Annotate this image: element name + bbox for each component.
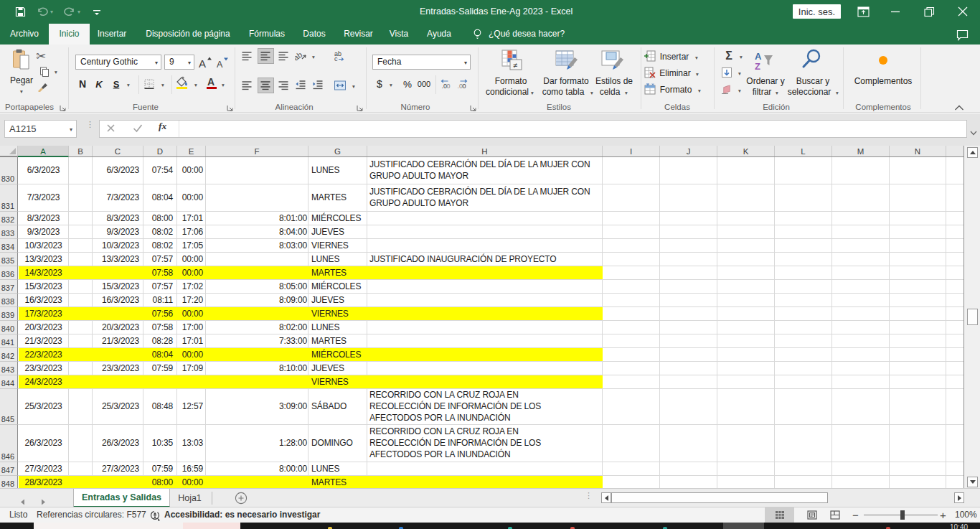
cell-E836[interactable]: 00:00 [177,266,206,280]
scroll-up-button[interactable] [967,147,978,158]
clear-dropdown-icon[interactable]: ▾ [738,88,741,94]
clear-icon[interactable] [721,85,732,95]
cell-A848[interactable]: 28/3/2023 [18,476,69,488]
cell-D839[interactable]: 07:56 [143,307,177,321]
cell-G833[interactable]: JUEVES [308,225,344,239]
find-select-icon[interactable] [801,49,823,70]
tab-revisar[interactable]: Revisar [336,24,380,45]
cell-D846[interactable]: 10:35 [143,425,177,462]
column-header-A[interactable]: A [18,146,69,157]
number-format-dropdown-icon[interactable]: ▾ [464,59,467,65]
tab-archivo[interactable]: Archivo [1,24,47,45]
format-painter-icon[interactable] [37,82,49,92]
horizontal-scroll-thumb[interactable] [611,492,828,503]
paste-dropdown-icon[interactable]: ▾ [20,88,23,95]
paste-label[interactable]: Pegar [10,75,33,85]
cell-C833[interactable]: 9/3/2023 [93,225,143,239]
borders-icon[interactable] [144,79,155,90]
tell-me-box[interactable]: ¿Qué desea hacer? [489,24,596,45]
cell-G844[interactable]: VIERNES [308,375,349,389]
undo-dropdown-icon[interactable]: ▾ [50,9,53,15]
insert-cells-label[interactable]: Insertar [660,52,689,62]
cell-G842[interactable]: MIÉRCOLES [308,348,361,362]
cell-D845[interactable]: 08:48 [143,389,177,425]
zoom-level[interactable]: 100% [955,507,977,523]
row-header-839[interactable]: 839 [0,307,18,321]
cell-styles-dropdown-icon[interactable]: ▾ [625,90,628,96]
cell-G831[interactable]: MARTES [308,184,347,212]
collapse-ribbon-icon[interactable] [955,105,964,111]
clipboard-dialog-launcher-icon[interactable] [60,105,66,111]
sort-filter-label-2[interactable]: filtrar [753,87,772,97]
delete-cells-label[interactable]: Eliminar [659,68,690,78]
row-header-834[interactable]: 834 [0,239,18,253]
row-header-841[interactable]: 841 [0,334,18,348]
undo-icon[interactable] [37,6,48,19]
circular-references[interactable]: Referencias circulares: F577 [37,507,146,523]
row-header-848[interactable]: 848 [0,476,18,488]
copy-icon[interactable] [40,67,50,77]
cell-D831[interactable]: 08:04 [143,184,177,212]
align-right-icon[interactable] [278,81,289,90]
cell-G838[interactable]: JUEVES [308,294,344,307]
cell-E838[interactable]: 17:20 [177,294,206,307]
cell-E846[interactable]: 13:03 [177,425,206,462]
column-header-D[interactable]: D [143,146,177,156]
delete-cells-icon[interactable] [644,67,656,78]
cell-C838[interactable]: 16/3/2023 [93,294,143,307]
cell-A846[interactable]: 26/3/2023 [18,425,69,462]
row-header-835[interactable]: 835 [0,253,18,266]
number-format-combo[interactable]: Fecha ▾ [372,55,471,70]
cell-A836[interactable]: 14/3/2023 [18,266,69,280]
format-cells-icon[interactable] [644,83,656,95]
taskbar-active-app[interactable] [723,523,764,529]
tab-ayuda[interactable]: Ayuda [418,24,461,45]
conditional-format-label-1[interactable]: Formato [495,76,527,86]
font-color-icon[interactable]: A [206,76,217,89]
qat-customize-icon[interactable] [93,7,101,20]
cell-G841[interactable]: MARTES [308,334,347,348]
increase-font-icon[interactable]: A [198,57,212,69]
autosum-dropdown-icon[interactable]: ▾ [740,54,743,60]
row-header-840[interactable]: 840 [0,321,18,334]
find-select-label-1[interactable]: Buscar y [796,76,830,86]
cell-E835[interactable]: 00:00 [177,253,206,266]
font-color-dropdown-icon[interactable]: ▾ [222,82,225,88]
cell-H845[interactable]: RECORRIDO CON LA CRUZ ROJA EN RECOLECCIÓ… [367,389,541,425]
underline-dropdown-icon[interactable]: ▾ [127,82,130,88]
cell-E837[interactable]: 17:02 [177,280,206,294]
cell-E842[interactable]: 00:00 [177,348,206,362]
tab-vista[interactable]: Vista [380,24,418,45]
cell-H831[interactable]: JUSTIFICADO CEBRACIÓN DEL DÍA DE LA MUJE… [367,184,590,212]
cell-F841[interactable]: 7:33:00 [206,334,308,348]
cell-G847[interactable]: LUNES [308,462,339,476]
cell-G840[interactable]: LUNES [308,321,339,334]
orientation-icon[interactable]: ab [295,50,306,62]
decrease-decimal-icon[interactable]: .00 [456,79,470,89]
namebox-resize-dots-icon[interactable]: ⋮ [86,122,94,126]
name-box-dropdown-icon[interactable]: ▾ [70,126,72,133]
format-as-table-label-1[interactable]: Dar formato [543,76,588,86]
vertical-scrollbar[interactable] [964,146,980,488]
cell-H830[interactable]: JUSTIFICADO CEBRACIÓN DEL DÍA DE LA MUJE… [367,157,590,184]
column-header-J[interactable]: J [660,146,717,156]
font-size-dropdown-icon[interactable]: ▾ [188,59,191,65]
cell-G839[interactable]: VIERNES [308,307,349,321]
align-center-icon[interactable] [260,81,271,90]
sign-in-button[interactable]: Inic. ses. [793,4,841,19]
cell-C843[interactable]: 23/3/2023 [93,362,143,375]
name-box[interactable]: A1215 ▾ [4,120,77,138]
cell-C831[interactable]: 7/3/2023 [93,184,143,212]
merge-center-icon[interactable] [334,80,347,90]
paste-icon[interactable] [12,49,31,70]
cell-G837[interactable]: MIÉRCOLES [308,280,361,294]
cell-A841[interactable]: 21/3/2023 [18,334,69,348]
cell-F838[interactable]: 8:09:00 [206,294,308,307]
zoom-slider-thumb[interactable] [900,510,905,520]
cell-D848[interactable]: 08:00 [143,476,177,488]
cell-E834[interactable]: 17:05 [177,239,206,253]
cell-styles-label-1[interactable]: Estilos de [595,76,633,86]
column-header-F[interactable]: F [206,146,308,156]
cell-E840[interactable]: 17:00 [177,321,206,334]
save-icon[interactable] [15,6,26,20]
